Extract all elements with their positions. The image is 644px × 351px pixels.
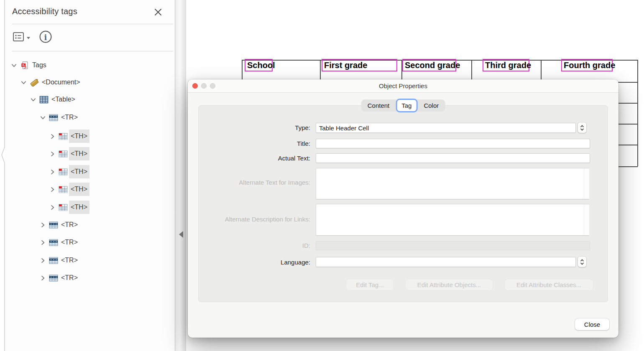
table-icon	[39, 96, 49, 104]
title-label: Title:	[297, 140, 310, 148]
chevron-right-icon[interactable]	[40, 239, 46, 246]
table-header-text: Second grade	[405, 61, 460, 70]
document-tag-icon	[30, 79, 39, 86]
alt-text-images-field[interactable]	[316, 168, 589, 199]
tree-item-label: <TH>	[69, 130, 89, 143]
chevron-down-icon[interactable]	[11, 62, 17, 69]
type-field[interactable]	[316, 123, 576, 133]
chevron-right-icon[interactable]	[40, 275, 46, 281]
title-field[interactable]	[316, 139, 590, 148]
tree-item-tr[interactable]: <TR>	[40, 109, 78, 126]
edit-tag-button[interactable]: Edit Tag...	[346, 279, 394, 290]
tree-item-tr[interactable]: <TR>	[40, 234, 78, 251]
chevron-right-icon[interactable]	[49, 186, 56, 193]
tree-item-tr[interactable]: <TR>	[40, 252, 78, 269]
info-icon[interactable]	[39, 30, 52, 43]
alt-desc-links-label: Alternate Description for Links:	[225, 215, 310, 224]
tree-item-label: Tags	[32, 61, 46, 69]
chevron-down-icon[interactable]	[30, 97, 36, 103]
tree-item-label: <TR>	[61, 274, 78, 282]
table-row-icon	[49, 257, 58, 265]
table-row-icon	[49, 114, 58, 122]
table-header-icon	[59, 168, 68, 176]
id-label: ID:	[302, 242, 310, 250]
table-header-cell[interactable]: First grade	[322, 59, 397, 71]
chevron-right-icon[interactable]	[40, 257, 46, 264]
divider	[12, 24, 173, 24]
scrollbar-track	[584, 168, 589, 199]
collapse-panel-icon[interactable]	[179, 231, 183, 238]
dialog-title: Object Properties	[188, 79, 618, 92]
tree-item-label: <TH>	[69, 147, 89, 160]
language-field[interactable]	[316, 257, 576, 267]
tree-item-tags[interactable]: Tags	[11, 56, 46, 74]
tree-item-th[interactable]: <TH>	[49, 127, 89, 145]
stepper-arrows-icon	[580, 124, 585, 132]
table-header-cell[interactable]: Fourth grade	[561, 59, 613, 71]
tree-item-th[interactable]: <TH>	[49, 163, 89, 181]
tree-item-label: <TR>	[61, 221, 78, 229]
chevron-right-icon[interactable]	[40, 222, 46, 228]
table-header-text: First grade	[324, 61, 367, 70]
table-header-cell[interactable]: Second grade	[402, 59, 456, 71]
table-row-icon	[49, 221, 58, 229]
close-icon[interactable]	[154, 8, 162, 16]
alt-desc-links-field[interactable]	[316, 204, 589, 236]
list-options-icon[interactable]	[13, 31, 24, 43]
tab-content[interactable]: Content	[361, 99, 396, 112]
tab-tag[interactable]: Tag	[396, 99, 417, 112]
panel-title: Accessibility tags	[12, 7, 77, 16]
stepper-arrows-icon	[580, 258, 585, 266]
language-label: Language:	[281, 258, 310, 267]
application-window: Accessibility tags Tags <Document> <Tabl…	[0, 0, 644, 351]
tab-color[interactable]: Color	[417, 99, 445, 112]
table-header-icon	[59, 132, 68, 140]
table-header-cell[interactable]: Third grade	[483, 59, 529, 71]
dialog-titlebar[interactable]: Object Properties	[188, 79, 618, 93]
actual-text-label: Actual Text:	[278, 154, 310, 163]
chevron-right-icon[interactable]	[49, 133, 56, 140]
accessibility-tags-panel: Accessibility tags Tags <Document> <Tabl…	[5, 0, 175, 351]
table-row-icon	[49, 274, 58, 282]
table-border	[637, 60, 638, 166]
tree-item-document[interactable]: <Document>	[20, 74, 80, 91]
tree-item-th[interactable]: <TH>	[49, 198, 89, 216]
table-header-icon	[59, 186, 68, 193]
alt-text-images-label: Alternate Text for Images:	[239, 178, 310, 187]
pdf-tags-icon	[20, 61, 29, 69]
language-stepper[interactable]	[578, 257, 586, 267]
tree-item-label: <TH>	[69, 165, 89, 178]
tab-bar: Content Tag Color	[361, 99, 445, 112]
chevron-right-icon[interactable]	[49, 151, 56, 157]
edit-attribute-classes-button[interactable]: Edit Attribute Classes...	[505, 279, 593, 290]
tree-item-label: <TR>	[61, 114, 78, 121]
object-properties-dialog: Object Properties Content Tag Color Type…	[188, 79, 618, 338]
id-field	[316, 241, 590, 250]
type-stepper[interactable]	[578, 122, 586, 133]
tree-item-label: <Table>	[51, 96, 75, 103]
table-header-cell[interactable]: School	[245, 59, 273, 71]
chevron-right-icon[interactable]	[49, 204, 56, 211]
type-label: Type:	[295, 124, 310, 132]
caret-down-icon[interactable]	[26, 36, 31, 40]
table-header-text: School	[247, 61, 275, 70]
table-row-icon	[49, 239, 58, 247]
tree-item-th[interactable]: <TH>	[49, 181, 89, 198]
edit-attribute-objects-button[interactable]: Edit Attribute Objects...	[406, 279, 493, 290]
panel-edge-line	[0, 0, 7, 351]
chevron-right-icon[interactable]	[49, 169, 56, 175]
close-button[interactable]: Close	[575, 318, 609, 330]
chevron-down-icon[interactable]	[20, 79, 27, 86]
panel-splitter[interactable]	[175, 0, 186, 351]
scrollbar-track	[584, 204, 589, 235]
tree-item-th[interactable]: <TH>	[49, 145, 89, 163]
actual-text-field[interactable]	[316, 153, 590, 163]
tree-item-table[interactable]: <Table>	[30, 91, 75, 108]
chevron-down-icon[interactable]	[40, 114, 46, 121]
tree-item-tr[interactable]: <TR>	[40, 269, 78, 287]
tree-item-label: <TR>	[61, 239, 78, 246]
tree-item-label: <TR>	[61, 257, 78, 264]
divider	[12, 51, 173, 51]
tree-item-tr[interactable]: <TR>	[40, 216, 78, 234]
tree-item-label: <TH>	[69, 201, 89, 214]
